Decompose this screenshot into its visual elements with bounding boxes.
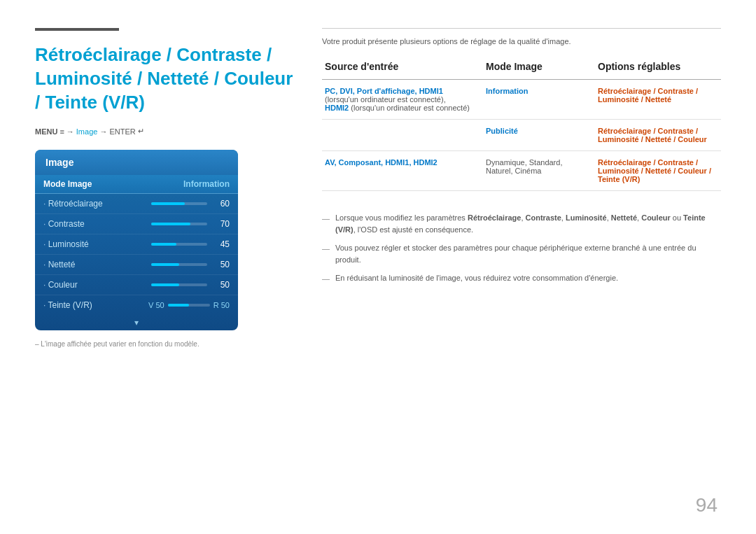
osd-header-row: Mode Image Information [35, 175, 238, 194]
right-column: Votre produit présente plusieurs options… [322, 28, 721, 513]
osd-teinte-r-value: R 50 [214, 301, 230, 309]
source-blue-3: AV, Composant, HDMI1, HDMI2 [325, 158, 438, 167]
bullet-item-1: — Lorsque vous modifiez les paramètres R… [322, 212, 721, 235]
osd-row-retroeclairage: Rétroéclairage 60 [35, 194, 238, 214]
osd-slider-area-couleur: 50 [113, 280, 230, 290]
source-rest2-text: (lorsqu'un ordinateur est connecté) [351, 104, 470, 112]
options-red-3: Rétroéclairage / Contraste / Luminosité … [598, 158, 711, 183]
bullet-text-1: Lorsque vous modifiez les paramètres Rét… [335, 212, 721, 235]
osd-slider-contraste [151, 223, 207, 225]
osd-row-couleur: Couleur 50 [35, 275, 238, 295]
enter-label: ENTER [109, 127, 135, 136]
osd-slider-fill-contraste [151, 223, 190, 225]
osd-row-teinte: Teinte (V/R) V 50 R 50 [35, 295, 238, 315]
osd-value-nettete: 50 [213, 260, 230, 269]
header-mode: Mode Image [483, 57, 595, 80]
table-cell-source-1: PC, DVI, Port d'affichage, HDMI1 (lorsqu… [322, 80, 483, 120]
osd-teinte-fill [168, 304, 189, 307]
menu-icon: ≡ [59, 127, 64, 136]
top-line-decoration [35, 28, 119, 31]
osd-slider-fill-nettete [151, 263, 179, 266]
bullet-item-2: — Vous pouvez régler et stocker des para… [322, 242, 721, 265]
osd-label-retroeclairage: Rétroéclairage [43, 199, 113, 209]
source-rest-text-1: (lorsqu'un ordinateur est connecté), [325, 95, 446, 104]
osd-slider-fill-luminosite [151, 243, 176, 246]
bullet-item-3: — En réduisant la luminosité de l'image,… [322, 272, 721, 285]
bullets-section: — Lorsque vous modifiez les paramètres R… [322, 212, 721, 285]
osd-row-contraste: Contraste 70 [35, 214, 238, 234]
osd-header-right: Information [183, 179, 230, 189]
mode-blue-2: Publicité [486, 127, 518, 135]
info-table: Source d'entrée Mode Image Options régla… [322, 57, 721, 191]
osd-row-nettete: Netteté 50 [35, 255, 238, 275]
osd-value-retroeclairage: 60 [213, 199, 230, 209]
osd-value-couleur: 50 [213, 280, 230, 290]
osd-label-luminosite: Luminosité [43, 239, 113, 249]
osd-slider-couleur [151, 283, 207, 286]
osd-slider-luminosite [151, 243, 207, 246]
arrow2: → [99, 127, 107, 136]
osd-slider-nettete [151, 263, 207, 266]
table-cell-mode-1: Information [483, 80, 595, 120]
bullet-text-2: Vous pouvez régler et stocker des paramè… [335, 242, 721, 265]
osd-slider-fill-couleur [151, 283, 179, 286]
osd-teinte-v-value: V 50 [148, 301, 164, 309]
osd-chevron-icon: ▾ [35, 315, 238, 330]
table-cell-source-3: AV, Composant, HDMI1, HDMI2 [322, 151, 483, 191]
osd-row-luminosite: Luminosité 45 [35, 234, 238, 255]
osd-teinte-values: V 50 R 50 [99, 301, 230, 309]
header-options: Options réglables [595, 57, 721, 80]
table-cell-options-1: Rétroéclairage / Contraste / Luminosité … [595, 80, 721, 120]
osd-label-nettete: Netteté [43, 260, 113, 269]
image-label: Image [76, 127, 98, 136]
osd-teinte-slider [168, 304, 210, 307]
osd-value-contraste: 70 [213, 219, 230, 229]
main-title: Rétroéclairage / Contraste / Luminosité … [35, 43, 294, 114]
mode-blue-1: Information [486, 87, 528, 95]
header-source: Source d'entrée [322, 57, 483, 80]
table-cell-options-2: Rétroéclairage / Contraste / Luminosité … [595, 120, 721, 151]
osd-slider-area-luminosite: 45 [113, 239, 230, 249]
menu-label: MENU [35, 127, 57, 136]
osd-slider-retroeclairage [151, 202, 207, 205]
footnote-image: – L'image affichée peut varier en foncti… [35, 340, 294, 348]
right-top-line [322, 28, 721, 29]
table-row: Publicité Rétroéclairage / Contraste / L… [322, 120, 721, 151]
osd-title: Image [35, 150, 238, 175]
osd-slider-area-retroeclairage: 60 [113, 199, 230, 209]
osd-header-left: Mode Image [43, 179, 92, 189]
left-column: Rétroéclairage / Contraste / Luminosité … [35, 28, 294, 513]
table-row: PC, DVI, Port d'affichage, HDMI1 (lorsqu… [322, 80, 721, 120]
source-blue-text-1: PC, DVI, Port d'affichage, HDMI1 [325, 87, 443, 95]
osd-menu-box: Image Mode Image Information Rétroéclair… [35, 150, 238, 330]
osd-slider-fill-retroeclairage [151, 202, 185, 205]
source-hdmi2-text: HDMI2 [325, 104, 349, 112]
menu-path: MENU ≡ → Image → ENTER ↵ [35, 127, 294, 136]
table-cell-options-3: Rétroéclairage / Contraste / Luminosité … [595, 151, 721, 191]
bullet-dash-2: — [322, 243, 330, 255]
options-red-1: Rétroéclairage / Contraste / Luminosité … [598, 87, 698, 104]
osd-label-couleur: Couleur [43, 280, 113, 290]
bullet-dash-3: — [322, 273, 330, 285]
osd-slider-area-nettete: 50 [113, 260, 230, 269]
table-cell-source-2 [322, 120, 483, 151]
osd-label-contraste: Contraste [43, 219, 113, 229]
options-red-2: Rétroéclairage / Contraste / Luminosité … [598, 127, 707, 143]
osd-value-luminosite: 45 [213, 239, 230, 249]
page-container: Rétroéclairage / Contraste / Luminosité … [0, 0, 756, 534]
arrow1: → [66, 127, 74, 136]
table-row: AV, Composant, HDMI1, HDMI2 Dynamique, S… [322, 151, 721, 191]
page-number: 94 [696, 494, 718, 517]
osd-label-teinte: Teinte (V/R) [43, 300, 99, 310]
intro-text: Votre produit présente plusieurs options… [322, 37, 721, 45]
bullet-text-3: En réduisant la luminosité de l'image, v… [335, 272, 618, 284]
enter-icon: ↵ [138, 127, 144, 136]
bullet-dash-1: — [322, 213, 330, 225]
mode-text-3: Dynamique, Standard, Naturel, Cinéma [486, 158, 562, 175]
table-cell-mode-3: Dynamique, Standard, Naturel, Cinéma [483, 151, 595, 191]
table-cell-mode-2: Publicité [483, 120, 595, 151]
osd-slider-area-contraste: 70 [113, 219, 230, 229]
